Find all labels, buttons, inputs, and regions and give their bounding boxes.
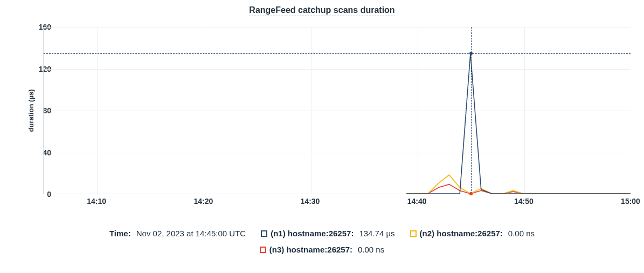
x-tick: 14:40 <box>407 197 427 206</box>
chart-title-text: RangeFeed catchup scans duration <box>249 5 394 16</box>
legend-series-value: 134.74 µs <box>359 226 394 242</box>
legend-series-n2[interactable]: (n2) hostname:26257: 0.00 ns <box>410 226 535 242</box>
x-tick: 15:00 <box>621 197 640 206</box>
x-tick: 14:10 <box>87 197 106 206</box>
legend-row-2: (n3) hostname:26257: 0.00 ns <box>0 242 644 258</box>
chart-title: RangeFeed catchup scans duration <box>0 0 644 15</box>
legend-series-value: 0.00 ns <box>358 242 384 258</box>
legend-series-name: (n3) hostname:26257: <box>269 242 352 258</box>
x-tick: 14:30 <box>301 197 320 206</box>
legend-series-name: (n2) hostname:26257: <box>420 226 503 242</box>
legend: Time: Nov 02, 2023 at 14:45:00 UTC (n1) … <box>0 226 644 258</box>
swatch-icon <box>261 230 267 237</box>
swatch-icon <box>410 230 417 237</box>
legend-series-name: (n1) hostname:26257: <box>271 226 354 242</box>
legend-row-1: Time: Nov 02, 2023 at 14:45:00 UTC (n1) … <box>0 226 644 242</box>
legend-time-value: Nov 02, 2023 at 14:45:00 UTC <box>136 226 246 242</box>
legend-time: Time: Nov 02, 2023 at 14:45:00 UTC <box>109 226 246 242</box>
series-n2-line <box>406 175 631 194</box>
chart-container: RangeFeed catchup scans duration duratio… <box>0 0 644 273</box>
series-n1-line <box>406 53 631 194</box>
swatch-icon <box>260 247 266 253</box>
hover-point-n3 <box>469 192 473 195</box>
plot-area[interactable] <box>43 27 631 194</box>
chart-lines <box>44 27 631 194</box>
x-tick: 14:20 <box>193 197 213 206</box>
hover-point-n1 <box>469 52 473 55</box>
y-axis-label: duration (µs) <box>27 90 35 132</box>
x-tick: 14:50 <box>514 197 534 206</box>
legend-series-n1[interactable]: (n1) hostname:26257: 134.74 µs <box>261 226 394 242</box>
legend-time-label: Time: <box>109 226 131 242</box>
legend-series-value: 0.00 ns <box>508 226 535 242</box>
legend-series-n3[interactable]: (n3) hostname:26257: 0.00 ns <box>260 242 384 258</box>
